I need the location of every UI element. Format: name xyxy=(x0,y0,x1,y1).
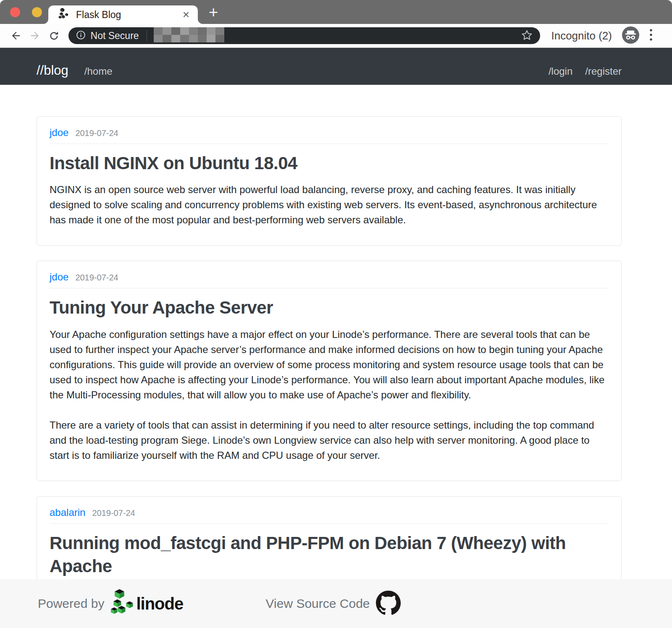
post-date: 2019-07-24 xyxy=(75,273,118,283)
card-divider xyxy=(50,144,609,144)
page-info-icon[interactable] xyxy=(76,30,86,42)
post-excerpt: NGINX is an open source web server with … xyxy=(50,182,609,228)
address-bar[interactable]: Not Secure xyxy=(68,27,541,44)
github-octocat-icon[interactable] xyxy=(376,591,401,617)
card-divider xyxy=(50,523,609,524)
back-icon[interactable] xyxy=(7,30,26,42)
linode-logo[interactable]: linode xyxy=(111,589,183,618)
browser-menu-icon[interactable] xyxy=(649,29,653,43)
post-excerpt: There are a variety of tools that can as… xyxy=(50,418,609,463)
bookmark-star-icon[interactable] xyxy=(521,29,533,42)
nav-link-register[interactable]: /register xyxy=(585,65,622,77)
post-date: 2019-07-24 xyxy=(92,508,135,518)
card-divider xyxy=(50,288,609,288)
incognito-icon xyxy=(622,26,639,45)
window-close-button[interactable] xyxy=(10,7,20,17)
post-card: jdoe 2019-07-24 Tuning Your Apache Serve… xyxy=(37,261,622,481)
nav-link-login[interactable]: /login xyxy=(549,65,572,77)
browser-tab[interactable]: Flask Blog × xyxy=(48,5,198,24)
navbar-brand[interactable]: //blog xyxy=(37,63,68,78)
post-card: jdoe 2019-07-24 Install NGINX on Ubuntu … xyxy=(37,116,622,246)
post-title: Install NGINX on Ubuntu 18.04 xyxy=(50,152,583,175)
linode-wordmark: linode xyxy=(136,594,183,613)
post-list: jdoe 2019-07-24 Install NGINX on Ubuntu … xyxy=(0,85,672,628)
post-title: Running mod_fastcgi and PHP-FPM on Debia… xyxy=(50,531,583,578)
post-author-link[interactable]: abalarin xyxy=(50,507,85,518)
url-redacted-blur xyxy=(154,27,224,44)
post-date: 2019-07-24 xyxy=(75,128,118,138)
linode-cubes-icon xyxy=(111,589,135,618)
post-author-link[interactable]: jdoe xyxy=(50,127,68,139)
favicon-cubes-icon xyxy=(58,8,69,21)
powered-by-label: Powered by xyxy=(38,597,104,611)
incognito-count-label: Incognito (2) xyxy=(551,29,612,42)
tab-close-icon[interactable]: × xyxy=(181,9,191,21)
site-navbar: //blog /home /login /register xyxy=(0,48,672,85)
page-footer: Powered by linode View So xyxy=(0,579,672,628)
omnibox-divider xyxy=(147,30,147,41)
window-minimize-button[interactable] xyxy=(32,7,42,17)
not-secure-label[interactable]: Not Secure xyxy=(91,30,139,42)
view-source-link[interactable]: View Source Code xyxy=(266,597,370,611)
post-author-link[interactable]: jdoe xyxy=(50,271,68,283)
new-tab-button[interactable]: + xyxy=(205,3,222,21)
tab-title: Flask Blog xyxy=(76,9,181,21)
post-title: Tuning Your Apache Server xyxy=(50,296,583,319)
browser-toolbar: Not Secure Incognito (2) xyxy=(0,24,672,48)
forward-icon[interactable] xyxy=(26,30,45,42)
browser-tab-strip: Flask Blog × + xyxy=(0,0,672,24)
nav-link-home[interactable]: /home xyxy=(84,65,113,77)
post-excerpt: Your Apache configuration settings have … xyxy=(50,327,609,403)
reload-icon[interactable] xyxy=(45,30,63,42)
